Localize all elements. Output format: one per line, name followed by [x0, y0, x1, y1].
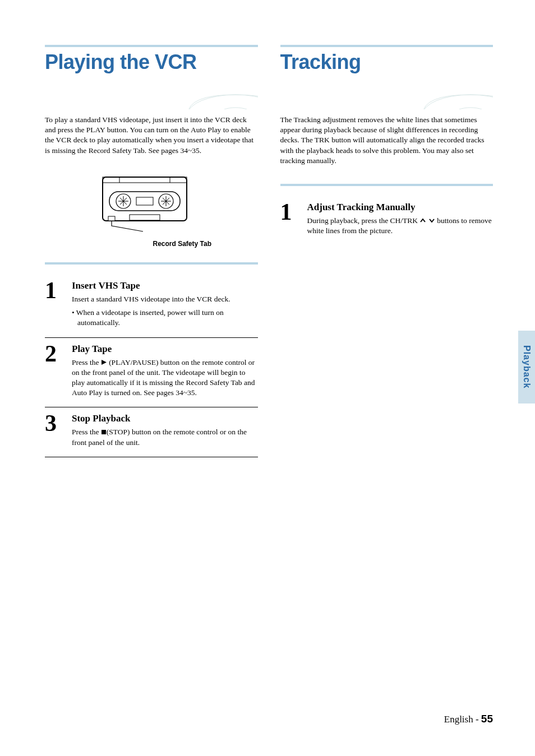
- step-text: Press the (STOP) button on the remote co…: [72, 427, 258, 447]
- divider: [280, 184, 494, 186]
- right-column: Tracking The Tracking adjustment removes…: [280, 45, 494, 457]
- text-before: Press the: [72, 428, 101, 436]
- left-column: Playing the VCR To play a standard VHS v…: [45, 45, 258, 457]
- step-tracking-1: 1 Adjust Tracking Manually During playba…: [280, 196, 494, 245]
- step-title: Insert VHS Tape: [72, 280, 258, 291]
- up-icon: [419, 217, 426, 224]
- down-icon: [428, 217, 435, 224]
- svg-rect-16: [130, 215, 160, 220]
- vhs-tape-icon: [93, 173, 210, 234]
- side-tab-label: Playback: [522, 345, 532, 388]
- svg-rect-15: [136, 197, 153, 205]
- svg-point-24: [454, 108, 487, 109]
- step-2: 2 Play Tape Press the (PLAY/PAUSE) butto…: [45, 338, 258, 408]
- svg-point-23: [423, 95, 493, 109]
- stop-icon: [101, 429, 107, 435]
- svg-point-0: [188, 95, 258, 109]
- step-title: Adjust Tracking Manually: [307, 202, 494, 213]
- step-title: Stop Playback: [72, 413, 258, 424]
- step-text: Insert a standard VHS videotape into the…: [72, 294, 258, 304]
- vhs-tape-figure: Record Safety Tab: [45, 173, 258, 248]
- step-bullet: • When a videotape is inserted, power wi…: [72, 308, 258, 328]
- section-title-right: Tracking: [280, 50, 494, 74]
- step-text: During playback, press the CH/TRK button…: [307, 216, 494, 236]
- divider: [45, 262, 258, 265]
- intro-text-left: To play a standard VHS videotape, just i…: [45, 115, 258, 156]
- step-1: 1 Insert VHS Tape Insert a standard VHS …: [45, 275, 258, 338]
- footer-language: English -: [444, 714, 481, 725]
- intro-text-right: The Tracking adjustment removes the whit…: [280, 115, 494, 166]
- play-icon: [101, 359, 107, 365]
- section-title-left: Playing the VCR: [45, 50, 258, 74]
- section-header-left: Playing the VCR: [45, 45, 258, 109]
- page-footer: English - 55: [444, 713, 493, 725]
- step-title: Play Tape: [72, 344, 258, 355]
- text-before: During playback, press the CH/TRK: [307, 216, 420, 225]
- step-text: Press the (PLAY/PAUSE) button on the rem…: [72, 358, 258, 398]
- tape-caption: Record Safety Tab: [153, 240, 211, 248]
- svg-marker-21: [102, 360, 107, 365]
- text-before: Press the: [72, 358, 101, 367]
- step-number: 1: [45, 280, 64, 328]
- step-number: 1: [280, 202, 299, 236]
- svg-rect-20: [108, 216, 115, 221]
- step-3: 3 Stop Playback Press the (STOP) button …: [45, 407, 258, 457]
- page-number: 55: [481, 713, 493, 725]
- step-number: 2: [45, 344, 64, 398]
- section-header-right: Tracking: [280, 45, 494, 109]
- side-tab: Playback: [518, 331, 535, 403]
- svg-point-1: [219, 108, 252, 109]
- svg-rect-22: [102, 430, 106, 434]
- step-number: 3: [45, 413, 64, 447]
